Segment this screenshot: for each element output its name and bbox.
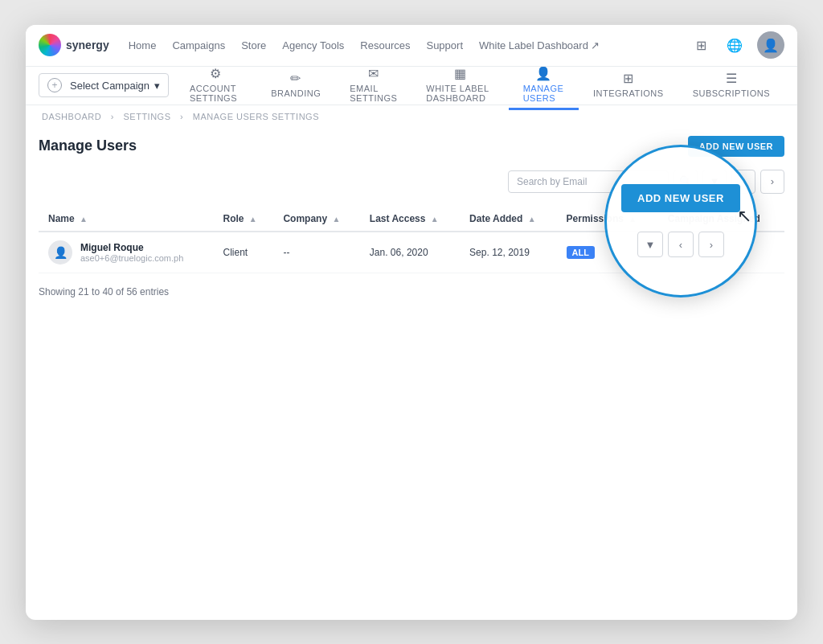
nav-link-resources[interactable]: Resources [360, 39, 410, 51]
tab-branding-label: BRANDING [271, 88, 321, 98]
grid-icon[interactable]: ⊞ [690, 34, 712, 56]
settings-tabs: ⚙ ACCOUNT SETTINGS ✏ BRANDING ✉ EMAIL SE… [175, 61, 784, 110]
tab-white-label-label: WHITE LABEL DASHBOARD [426, 84, 493, 103]
globe-icon[interactable]: 🌐 [723, 34, 746, 56]
tab-integrations-label: INTEGRATIONS [593, 88, 664, 98]
user-name-cell: 👤 Miguel Roque ase0+6@truelogic.com.ph [39, 232, 214, 273]
select-campaign-label: Select Campaign [70, 80, 149, 92]
sort-last-access-icon: ▲ [431, 215, 439, 224]
permissions-badge: ALL [567, 246, 595, 259]
logo-area: synergy [39, 34, 109, 56]
zoom-pagination: ▼ ‹ › [637, 232, 724, 257]
nav-link-store[interactable]: Store [241, 39, 266, 51]
browser-window: synergy Home Campaigns Store Agency Tool… [26, 25, 797, 620]
breadcrumb-sep1: › [111, 112, 117, 121]
main-content: Manage Users ADD NEW USER 🔍 ▼ ‹ › Name ▲… [26, 128, 797, 314]
breadcrumb-sep2: › [180, 112, 186, 121]
manage-users-icon: 👤 [535, 66, 552, 81]
tab-integrations[interactable]: ⊞ INTEGRATIONS [579, 66, 678, 105]
zoom-overlay: ADD NEW USER ↖ ▼ ‹ › [604, 145, 757, 297]
logo-icon [39, 34, 61, 56]
nav-link-campaigns[interactable]: Campaigns [172, 39, 225, 51]
nav-link-agency-tools[interactable]: Agency Tools [282, 39, 344, 51]
breadcrumb-settings[interactable]: SETTINGS [123, 112, 170, 121]
sub-nav: + Select Campaign ▾ ⚙ ACCOUNT SETTINGS ✏… [26, 67, 797, 105]
zoom-filter-button[interactable]: ▼ [637, 232, 663, 257]
logo-text: synergy [66, 39, 109, 51]
branding-icon: ✏ [290, 71, 301, 86]
plus-icon: + [47, 78, 62, 92]
next-page-button[interactable]: › [760, 170, 784, 194]
user-avatar: 👤 [48, 240, 72, 265]
col-date-added[interactable]: Date Added ▲ [460, 207, 556, 232]
sort-company-icon: ▲ [332, 215, 340, 224]
tab-subscriptions-label: SUBSCRIPTIONS [693, 88, 770, 98]
nav-link-home[interactable]: Home [129, 39, 157, 51]
breadcrumb-manage-users: MANAGE USERS SETTINGS [193, 112, 319, 121]
tab-branding[interactable]: ✏ BRANDING [256, 66, 335, 105]
tab-white-label-dashboard[interactable]: ▦ WHITE LABEL DASHBOARD [412, 61, 508, 110]
tab-account-settings[interactable]: ⚙ ACCOUNT SETTINGS [175, 61, 256, 110]
col-company[interactable]: Company ▲ [273, 207, 359, 232]
sort-name-icon: ▲ [80, 215, 88, 224]
subscriptions-icon: ☰ [726, 71, 738, 86]
avatar[interactable]: 👤 [757, 31, 784, 59]
user-role: Client [214, 232, 274, 273]
zoom-next-page-button[interactable]: › [698, 232, 724, 257]
sort-date-added-icon: ▲ [528, 215, 536, 224]
top-nav-right: ⊞ 🌐 👤 [690, 31, 784, 59]
user-company: -- [273, 232, 359, 273]
zoom-add-new-user-button[interactable]: ADD NEW USER [621, 184, 740, 212]
tab-email-settings-label: EMAIL SETTINGS [350, 84, 397, 103]
page-title: Manage Users [39, 137, 137, 154]
select-campaign-dropdown[interactable]: + Select Campaign ▾ [39, 73, 169, 97]
integrations-icon: ⊞ [623, 71, 634, 86]
col-role[interactable]: Role ▲ [214, 207, 274, 232]
tab-manage-users[interactable]: 👤 MANAGE USERS [509, 61, 579, 110]
white-label-icon: ▦ [454, 66, 467, 81]
nav-link-white-label[interactable]: White Label Dashboard ↗ [479, 39, 600, 51]
user-last-access: Jan. 06, 2020 [360, 232, 460, 273]
chevron-down-icon: ▾ [154, 80, 160, 92]
nav-link-support[interactable]: Support [426, 39, 463, 51]
cursor-icon: ↖ [737, 206, 751, 227]
col-name[interactable]: Name ▲ [39, 207, 214, 232]
user-email: ase0+6@truelogic.com.ph [80, 253, 183, 263]
sort-role-icon: ▲ [249, 215, 257, 224]
email-icon: ✉ [368, 66, 379, 81]
tab-manage-users-label: MANAGE USERS [523, 84, 564, 103]
tab-email-settings[interactable]: ✉ EMAIL SETTINGS [335, 61, 412, 110]
user-name: Miguel Roque [80, 242, 183, 253]
user-date-added: Sep. 12, 2019 [460, 232, 556, 273]
tab-account-settings-label: ACCOUNT SETTINGS [190, 84, 242, 103]
tab-subscriptions[interactable]: ☰ SUBSCRIPTIONS [678, 66, 784, 105]
breadcrumb-dashboard[interactable]: DASHBOARD [42, 112, 101, 121]
col-last-access[interactable]: Last Access ▲ [360, 207, 460, 232]
top-nav-links: Home Campaigns Store Agency Tools Resour… [129, 39, 690, 51]
zoom-prev-page-button[interactable]: ‹ [668, 232, 694, 257]
account-settings-icon: ⚙ [210, 66, 222, 81]
